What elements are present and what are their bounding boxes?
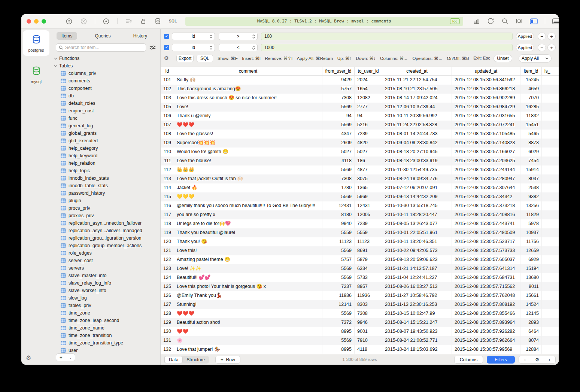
filter-value-input[interactable] (261, 44, 513, 51)
filter-applied-button[interactable]: Applied (516, 33, 534, 40)
table-row[interactable]: 123Love! ✨✨556963342015-11-21 14:13:57.1… (161, 264, 559, 273)
add-item-button[interactable]: + ⌄ (56, 353, 75, 361)
column-header-to_user_id[interactable]: to_user_id (355, 67, 382, 75)
table-row[interactable]: 111Love the blouse!41181862015-08-18 23:… (161, 157, 559, 165)
table-row[interactable]: 110Would love to! @mith 😁502750272015-08… (161, 148, 559, 157)
unset-button[interactable]: Unset (494, 55, 512, 62)
table-row[interactable]: 124Beautiful!! 💕💕556957332015-11-04 12:2… (161, 273, 559, 282)
column-header-comment[interactable]: comment (174, 67, 322, 75)
filter-value-input[interactable] (261, 33, 513, 40)
zoom-window-button[interactable] (42, 19, 46, 24)
chart-icon[interactable] (473, 18, 480, 25)
search-icon[interactable] (501, 18, 508, 25)
sidebar-table-item[interactable]: time_zone_transition_type (51, 339, 160, 347)
sidebar-table-item[interactable]: innodb_index_stats (51, 174, 160, 182)
filters-button[interactable]: Filters (487, 356, 515, 364)
connection-mysql[interactable]: mysql (23, 62, 49, 87)
sidebar-table-item[interactable]: columns_priv (51, 70, 160, 77)
sidebar-table-item[interactable]: slow_log (51, 294, 160, 302)
filter-column-select[interactable]: id (172, 33, 215, 40)
sidebar-table-item[interactable]: slave_relay_log_info (51, 279, 160, 287)
sidebar-table-item[interactable]: proxies_priv (51, 212, 160, 219)
sidebar-table-item[interactable]: replication_grou...iguration_version (51, 234, 160, 242)
sidebar-table-item[interactable]: time_zone_name (51, 324, 160, 332)
filter-column-select[interactable]: id (172, 44, 215, 51)
sidebar-table-item[interactable]: password_history (51, 189, 160, 197)
preview-icon[interactable] (103, 18, 110, 25)
toggle-left-panel-icon[interactable] (530, 18, 538, 24)
table-row[interactable]: 118Ur legs are to die for🙌💖994072392015-… (161, 219, 559, 228)
fit-width-icon[interactable] (516, 18, 523, 25)
apply-all-button[interactable]: Apply All (519, 54, 552, 63)
column-header-id[interactable]: id (161, 67, 174, 75)
sidebar-table-item[interactable]: default_roles (51, 100, 160, 107)
sidebar-table-item[interactable]: component (51, 85, 160, 92)
sidebar-table-item[interactable]: general_log (51, 122, 160, 130)
column-header-updated_at[interactable]: updated_at (452, 67, 520, 75)
filter-options-icon[interactable] (149, 45, 156, 50)
sidebar-table-item[interactable]: db (51, 92, 160, 100)
sidebar-table-item[interactable]: slave_master_info (51, 272, 160, 279)
column-header-is_[interactable]: is_ (542, 67, 559, 75)
column-header-from_user_id[interactable]: from_user_id (322, 67, 355, 75)
table-row[interactable]: 105Love!556927772015-12-06 10:37:39.4420… (161, 103, 559, 112)
sql-button[interactable]: SQL (197, 55, 213, 62)
table-row[interactable]: 127Stunning!1214183032015-11-13 22:30:16… (161, 300, 559, 309)
table-row[interactable]: 113Love that jacket! Outfit is fab 🙌🏻730… (161, 174, 559, 183)
table-row[interactable]: 116@emily thank you soooo much beautiful… (161, 201, 559, 210)
column-header-created_at[interactable]: created_at (382, 67, 452, 75)
table-row[interactable]: 121Love this!556986912015-10-22 09:42:05… (161, 246, 559, 255)
filter-enabled-checkbox[interactable]: ✓ (164, 34, 169, 39)
lock-icon[interactable] (140, 18, 147, 25)
sidebar-table-item[interactable]: slave_worker_info (51, 287, 160, 294)
table-row[interactable]: 128❤️❤️❤️556973082015-10-15 10:02:47.992… (161, 309, 559, 318)
tree-group-tables[interactable]: Tables (51, 62, 160, 70)
search-input[interactable] (65, 45, 143, 50)
connection-postgres[interactable]: postgres (23, 30, 49, 56)
tab-data[interactable]: Data (164, 356, 183, 363)
table-row[interactable]: 130❤️❤️899590012015-08-07 19:43:50.92320… (161, 327, 559, 336)
filter-remove-button[interactable]: − (538, 33, 546, 40)
sidebar-table-item[interactable]: time_zone_leap_second (51, 317, 160, 324)
filter-operator-select[interactable]: > (219, 33, 258, 40)
table-row[interactable]: 107❤️❤️❤️556952162015-11-24 22:02:58.828… (161, 121, 559, 130)
next-page-button[interactable]: › (543, 356, 555, 363)
sidebar-table-item[interactable]: func (51, 115, 160, 122)
sidebar-table-item[interactable]: help_keyword (51, 152, 160, 159)
sidebar-table-item[interactable]: server_cost (51, 257, 160, 264)
table-row[interactable]: 117you are so pretty x8180120052015-10-1… (161, 210, 559, 219)
sidebar-table-item[interactable]: user (51, 347, 160, 354)
tab-history[interactable]: History (128, 32, 152, 40)
sidebar-table-item[interactable]: tables_priv (51, 302, 160, 309)
export-button[interactable]: Export (176, 55, 194, 62)
sidebar-table-item[interactable]: engine_cost (51, 107, 160, 115)
tree-group-functions[interactable]: Functions (51, 55, 160, 62)
sql-editor-button[interactable]: SQL (169, 19, 177, 23)
sidebar-table-item[interactable]: gtid_executed (51, 137, 160, 145)
sidebar-table-item[interactable]: comments (51, 77, 160, 85)
table-row[interactable]: 112👑👑👑556948772015-11-30 12:54:49.735201… (161, 165, 559, 174)
search-box[interactable] (56, 43, 146, 52)
columns-button[interactable]: Columns (454, 356, 483, 364)
sidebar-table-item[interactable]: global_grants (51, 130, 160, 137)
sidebar-table-item[interactable]: time_zone (51, 309, 160, 317)
table-row[interactable]: 132Love that jumper! 🏇899541182015-10-24… (161, 345, 559, 354)
refresh-icon[interactable] (487, 18, 494, 25)
table-row[interactable]: 114Jacket 🔥178013652015-07-12 06:20:07.0… (161, 183, 559, 192)
sidebar-table-item[interactable]: procs_priv (51, 204, 160, 212)
sidebar-table-item[interactable]: replication_asyn...nnection_failover (51, 219, 160, 227)
filter-applied-button[interactable]: Applied (516, 44, 534, 51)
settings-gear-icon[interactable]: ⚙ (26, 354, 31, 361)
previous-page-button[interactable]: ‹ (519, 356, 531, 363)
minimize-window-button[interactable] (34, 19, 39, 24)
add-row-button[interactable]: + Row (215, 356, 240, 364)
sidebar-table-item[interactable]: replication_group_member_actions (51, 242, 160, 249)
table-row[interactable]: 103Love this dress so much 😍 so nice for… (161, 94, 559, 103)
sidebar-table-item[interactable]: plugin (51, 197, 160, 204)
filter-remove-button[interactable]: − (538, 44, 546, 51)
sidebar-table-item[interactable]: replication_asyn...ailover_managed (51, 227, 160, 234)
table-row[interactable]: 120Thank you! 😘11123111232015-10-11 13:2… (161, 237, 559, 246)
filter-operator-select[interactable]: < (219, 44, 258, 51)
sidebar-table-item[interactable]: time_zone_transition (51, 332, 160, 339)
table-row[interactable]: 102This background is amazing😍5757165420… (161, 85, 559, 94)
